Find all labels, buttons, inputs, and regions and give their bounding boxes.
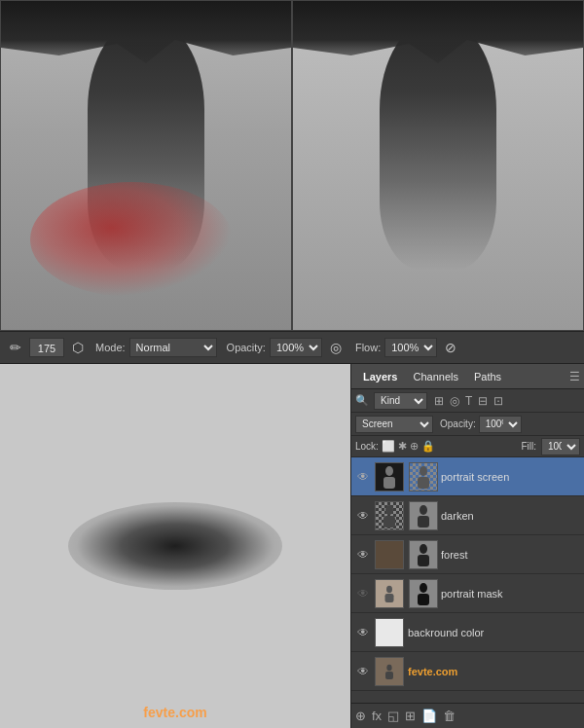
image-panel-left (0, 0, 292, 331)
layer-thumb-0 (375, 462, 404, 491)
search-icon: 🔍 (355, 394, 369, 407)
thumb-forest-2 (376, 541, 403, 568)
thumb-portrait-icon-3 (383, 585, 396, 602)
layer-eye-2[interactable]: 👁 (355, 547, 371, 563)
layer-mask-thumb-3 (409, 579, 438, 608)
layer-item-watermark[interactable]: 👁 fevte.com (351, 652, 584, 691)
filter-pixel-icon[interactable]: ⊞ (432, 394, 446, 408)
toolbar: ✏ 175 ⬡ Mode: Normal Dissolve Multiply S… (0, 331, 584, 364)
lock-row: Lock: ⬜ ✱ ⊕ 🔒 Fill: 100% 75% 50% (351, 436, 584, 457)
brush-size-input[interactable]: 175 (29, 338, 64, 357)
lock-position-icon[interactable]: ⊕ (410, 440, 419, 453)
tab-paths[interactable]: Paths (466, 369, 509, 384)
fx-icon[interactable]: fx (372, 709, 382, 723)
filter-text-icon[interactable]: T (463, 394, 474, 408)
lock-label: Lock: (355, 441, 379, 452)
layer-item-portrait-screen[interactable]: 👁 portrait screen (351, 457, 584, 496)
brush-picker-icon[interactable]: ⬡ (68, 338, 88, 357)
tab-channels[interactable]: Channels (405, 369, 465, 384)
layer-eye-3[interactable]: 👁 (355, 586, 371, 601)
svg-rect-13 (418, 594, 429, 605)
filter-shape-icon[interactable]: ⊟ (476, 394, 490, 408)
layer-thumb-5 (375, 657, 404, 686)
add-mask-icon[interactable]: ◱ (387, 709, 399, 723)
layer-thumb-3 (375, 579, 404, 608)
layers-tabs: Layers Channels Paths ☰ (351, 364, 584, 389)
svg-point-10 (386, 585, 392, 593)
new-layer-icon[interactable]: 📄 (421, 709, 437, 723)
layer-item-portrait-mask[interactable]: 👁 portrait mask (351, 574, 584, 613)
flow-label: Flow: (355, 342, 381, 353)
canvas-area[interactable]: fevte.com (0, 364, 350, 728)
layer-eye-5[interactable]: 👁 (355, 664, 371, 679)
layer-eye-4[interactable]: 👁 (355, 625, 371, 640)
lock-icons-group: ⬜ ✱ ⊕ 🔒 (382, 440, 435, 453)
brush-shadow-preview (68, 502, 282, 590)
airbrush-icon[interactable]: ◎ (326, 338, 346, 357)
thumb-person-icon-1 (381, 504, 398, 528)
svg-point-0 (385, 466, 393, 476)
layers-blend-row: Screen Normal Multiply Overlay Darken Op… (351, 413, 584, 436)
extra-icon[interactable]: ⊘ (441, 338, 460, 357)
filter-smart-icon[interactable]: ◎ (448, 394, 461, 408)
tab-layers[interactable]: Layers (355, 369, 405, 384)
mask-person-icon-0 (415, 465, 432, 489)
lock-transparent-icon[interactable]: ⬜ (382, 440, 395, 453)
thumb-white-4 (376, 619, 403, 646)
layer-mask-thumb-1 (409, 501, 438, 530)
layer-name-0: portrait screen (441, 471, 580, 483)
layer-eye-1[interactable]: 👁 (355, 508, 371, 524)
svg-point-12 (420, 583, 427, 593)
layer-name-3: portrait mask (441, 588, 580, 600)
flow-select[interactable]: 100% 75% 50% (384, 338, 437, 357)
layer-item-forest[interactable]: 👁 forest (351, 535, 584, 574)
thumb-portrait-icon-5 (383, 664, 395, 679)
layer-name-4: backround color (408, 627, 580, 638)
fill-label: Fill: (521, 441, 536, 452)
layer-eye-0[interactable]: 👁 (355, 469, 371, 485)
thumb-portrait-3 (376, 580, 403, 607)
layer-thumb-1 (375, 501, 404, 530)
delete-layer-icon[interactable]: 🗑 (443, 709, 456, 723)
red-splash (30, 182, 234, 297)
new-group-icon[interactable]: ⊞ (405, 709, 416, 723)
svg-rect-5 (383, 516, 395, 528)
watermark: fevte.com (143, 705, 206, 720)
mode-select[interactable]: Normal Dissolve Multiply Screen Overlay (129, 338, 217, 357)
layers-menu-icon[interactable]: ☰ (569, 370, 580, 383)
portrait-right-canvas (293, 1, 583, 330)
layer-mask-thumb-2 (409, 540, 438, 569)
svg-rect-7 (418, 516, 429, 528)
svg-rect-1 (383, 477, 395, 489)
layer-item-background-color[interactable]: 👁 backround color (351, 613, 584, 652)
opacity-row-select[interactable]: 100% 75% 50% (479, 416, 522, 433)
lock-pixels-icon[interactable]: ✱ (398, 440, 407, 453)
layer-thumb-2 (375, 540, 404, 569)
thumb-portrait-5 (376, 658, 403, 685)
layer-thumb-4 (375, 618, 404, 647)
image-panel-right (292, 0, 584, 331)
portrait-left-canvas (1, 1, 291, 330)
svg-rect-3 (418, 477, 429, 489)
filter-kind-select[interactable]: Kind Name Effect (374, 392, 427, 410)
fill-select[interactable]: 100% 75% 50% (541, 438, 580, 455)
brush-tool-icon[interactable]: ✏ (6, 338, 25, 357)
layer-name-1: darken (441, 510, 580, 522)
opacity-label: Opacity: (227, 342, 266, 353)
layer-list: 👁 portrait screen 👁 (351, 457, 584, 703)
filter-adj-icon[interactable]: ⊡ (492, 394, 505, 408)
layer-name-2: forest (441, 549, 580, 561)
svg-point-2 (420, 466, 427, 476)
mode-label: Mode: (95, 342, 126, 353)
layer-name-5: fevte.com (408, 666, 580, 677)
svg-rect-11 (385, 594, 394, 602)
link-layers-icon[interactable]: ⊕ (355, 709, 366, 723)
svg-point-4 (385, 505, 393, 515)
blend-mode-select[interactable]: Screen Normal Multiply Overlay Darken (355, 416, 433, 433)
bottom-area: fevte.com Layers Channels Paths ☰ 🔍 Kind… (0, 364, 584, 728)
opacity-select[interactable]: 100% 75% 50% (270, 338, 322, 357)
layer-item-darken[interactable]: 👁 darken (351, 496, 584, 535)
lock-all-icon[interactable]: 🔒 (421, 440, 435, 453)
layers-filter-row: 🔍 Kind Name Effect ⊞ ◎ T ⊟ ⊡ (351, 389, 584, 413)
thumb-screen-0 (376, 463, 403, 491)
